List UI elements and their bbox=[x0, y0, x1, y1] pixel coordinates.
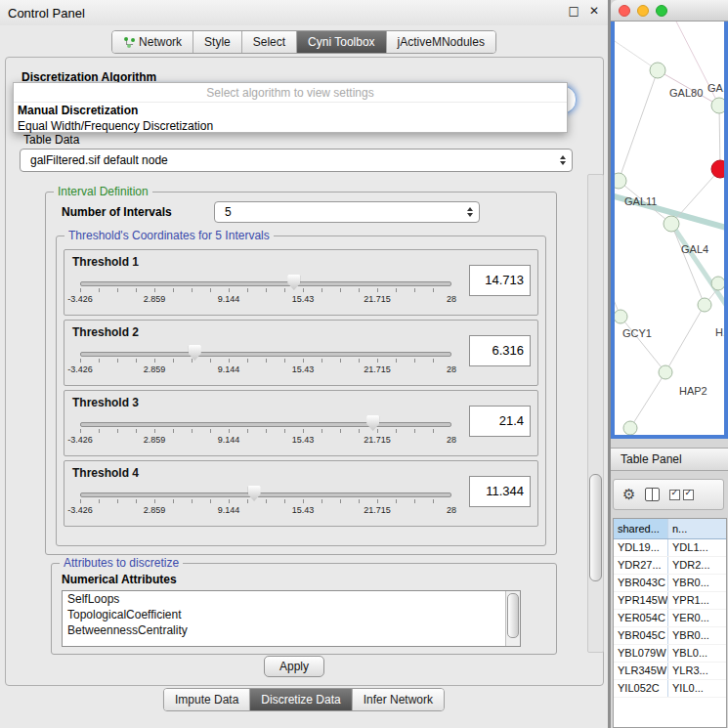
threshold-label: Threshold 3 bbox=[72, 396, 139, 409]
threshold-value-field[interactable]: 11.344 bbox=[469, 476, 531, 507]
tick-label: 9.144 bbox=[218, 294, 240, 304]
threshold-slider[interactable]: -3.4262.8599.14415.4321.71528 bbox=[80, 274, 451, 311]
network-node[interactable] bbox=[711, 277, 724, 290]
minimize-traffic-light-icon[interactable] bbox=[637, 5, 649, 17]
select-columns-icon[interactable] bbox=[669, 490, 694, 500]
panel-scrollbar[interactable] bbox=[587, 174, 604, 653]
slider-track[interactable] bbox=[80, 422, 451, 427]
threshold-slider[interactable]: -3.4262.8599.14415.4321.71528 bbox=[80, 485, 451, 522]
table-row[interactable]: YBL079WYBL0... bbox=[614, 645, 726, 663]
slider-track[interactable] bbox=[80, 352, 451, 357]
table-row[interactable]: YLR345WYLR3... bbox=[614, 663, 726, 680]
network-edge bbox=[630, 372, 665, 428]
network-node[interactable] bbox=[664, 216, 679, 232]
network-node[interactable] bbox=[623, 421, 637, 435]
algorithm-option[interactable]: Equal Width/Frequency Discretization bbox=[14, 118, 567, 134]
slider-track[interactable] bbox=[80, 492, 451, 497]
number-of-intervals-combobox[interactable]: 5 bbox=[214, 201, 480, 223]
spinner-arrows-icon bbox=[467, 207, 473, 217]
tick-label: 21.715 bbox=[364, 364, 391, 374]
network-node[interactable] bbox=[711, 98, 724, 113]
table-cell: YLR345W bbox=[614, 663, 668, 679]
slider-ticks bbox=[80, 499, 451, 503]
table-row[interactable]: YDR27...YDR2... bbox=[614, 557, 726, 575]
table-row[interactable]: YBR043CYBR0... bbox=[614, 575, 726, 592]
table-cell: YBL0... bbox=[668, 645, 726, 662]
table-body: YDL19...YDL1...YDR27...YDR2...YBR043CYBR… bbox=[614, 539, 726, 698]
spinner-arrows-icon bbox=[560, 155, 566, 165]
threshold-slider[interactable]: -3.4262.8599.14415.4321.71528 bbox=[80, 344, 451, 381]
network-edge bbox=[671, 169, 720, 224]
slider-track[interactable] bbox=[80, 281, 451, 286]
network-canvas[interactable]: GAL80GA...GAL11GAL4GCY1H...HAP2 bbox=[611, 21, 728, 439]
table-cell: YPR145W bbox=[614, 592, 668, 609]
columns-icon[interactable] bbox=[645, 488, 660, 501]
table-data-combobox[interactable]: galFiltered.sif default node bbox=[20, 149, 573, 172]
tab-label: Discretize Data bbox=[261, 693, 340, 707]
tick-label: 21.715 bbox=[364, 435, 391, 445]
table-row[interactable]: YER054CYER0... bbox=[614, 610, 726, 627]
close-traffic-light-icon[interactable] bbox=[619, 5, 630, 17]
tab-network[interactable]: Network bbox=[112, 31, 193, 53]
tab-infer-network[interactable]: Infer Network bbox=[353, 689, 444, 710]
zoom-traffic-light-icon[interactable] bbox=[656, 5, 667, 17]
attribute-item[interactable]: TopologicalCoefficient bbox=[63, 607, 520, 622]
table-row[interactable]: YDL19...YDL1... bbox=[614, 539, 726, 557]
column-header-shared-name[interactable]: shared... bbox=[614, 519, 668, 538]
attribute-item[interactable]: BetweennessCentrality bbox=[63, 622, 520, 638]
table-panel-header[interactable]: Table Panel bbox=[611, 448, 728, 471]
node-label: H... bbox=[715, 326, 724, 338]
checkbox-icon bbox=[683, 490, 694, 500]
threshold-value-field[interactable]: 6.316 bbox=[469, 335, 531, 366]
tab-impute-data[interactable]: Impute Data bbox=[164, 689, 250, 710]
threshold-value-field[interactable]: 21.4 bbox=[469, 406, 531, 437]
table-cell: YDR2... bbox=[668, 557, 726, 574]
tab-jactivemnodules[interactable]: jActiveMNodules bbox=[387, 31, 495, 53]
threshold-slider[interactable]: -3.4262.8599.14415.4321.71528 bbox=[80, 414, 451, 451]
network-node[interactable] bbox=[615, 173, 626, 189]
float-icon[interactable]: □ bbox=[569, 4, 579, 18]
column-header-name[interactable]: n... bbox=[668, 519, 726, 538]
network-node[interactable] bbox=[659, 365, 672, 379]
attribute-item[interactable]: SelfLoops bbox=[63, 591, 520, 607]
network-edge bbox=[665, 305, 705, 372]
tick-label: 15.43 bbox=[292, 294, 315, 304]
threshold-label: Threshold 2 bbox=[72, 325, 139, 339]
table-cell: YER0... bbox=[668, 610, 726, 626]
threshold-panel: Threshold 3-3.4262.8599.14415.4321.71528… bbox=[64, 390, 538, 456]
threshold-panel: Threshold 2-3.4262.8599.14415.4321.71528… bbox=[64, 320, 538, 386]
attributes-listbox[interactable]: SelfLoopsTopologicalCoefficientBetweenne… bbox=[62, 590, 521, 647]
network-window-titlebar[interactable] bbox=[611, 0, 728, 21]
tab-cyni-toolbox[interactable]: Cyni Toolbox bbox=[297, 31, 386, 53]
table-row[interactable]: YBR045CYBR0... bbox=[614, 627, 726, 645]
apply-button[interactable]: Apply bbox=[264, 656, 324, 677]
table-header-row: shared... n... bbox=[614, 519, 726, 539]
algorithm-option[interactable]: Manual Discretization bbox=[14, 103, 567, 118]
panel-title: Control Panel bbox=[8, 6, 85, 21]
list-scrollbar-thumb[interactable] bbox=[507, 593, 519, 638]
gear-icon[interactable]: ⚙ bbox=[622, 488, 635, 502]
tick-label: 15.43 bbox=[292, 364, 315, 374]
table-cell: YLR3... bbox=[668, 663, 726, 679]
panel-scrollbar-thumb[interactable] bbox=[589, 474, 602, 581]
tick-label: 9.144 bbox=[218, 505, 240, 515]
network-node-selected[interactable] bbox=[711, 160, 724, 178]
network-node[interactable] bbox=[698, 298, 711, 312]
threshold-value-field[interactable]: 14.713 bbox=[469, 265, 531, 296]
tick-label-row: -3.4262.8599.14415.4321.71528 bbox=[80, 364, 451, 375]
slider-ticks bbox=[80, 429, 451, 433]
list-scrollbar[interactable] bbox=[505, 591, 520, 646]
network-graph: GAL80GA...GAL11GAL4GCY1H...HAP2 bbox=[615, 21, 724, 435]
tab-discretize-data[interactable]: Discretize Data bbox=[250, 689, 352, 710]
network-node[interactable] bbox=[650, 63, 665, 78]
table-row[interactable]: YIL052CYIL0... bbox=[614, 680, 726, 698]
tab-label: Cyni Toolbox bbox=[308, 35, 374, 49]
checkbox-icon bbox=[669, 490, 680, 500]
tab-select[interactable]: Select bbox=[242, 31, 297, 53]
network-edge bbox=[619, 70, 658, 181]
table-row[interactable]: YPR145WYPR1... bbox=[614, 592, 726, 610]
close-icon[interactable]: ✕ bbox=[589, 4, 599, 18]
network-edge bbox=[719, 106, 720, 169]
network-node[interactable] bbox=[615, 310, 627, 323]
tab-style[interactable]: Style bbox=[193, 31, 242, 53]
